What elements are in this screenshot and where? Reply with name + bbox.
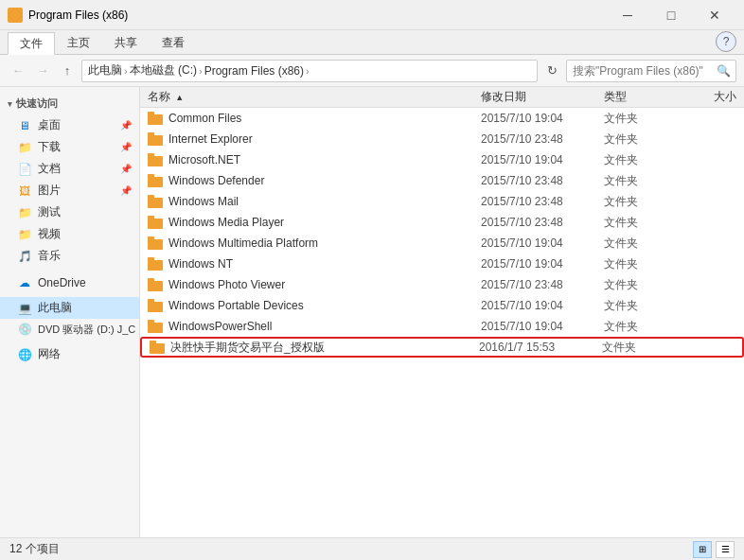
path-folder[interactable]: Program Files (x86) [204, 64, 304, 78]
sort-arrow: ▲ [175, 93, 184, 102]
pics-icon: 🖼 [17, 184, 32, 199]
path-pc[interactable]: 此电脑 [88, 62, 122, 79]
tab-share[interactable]: 共享 [102, 31, 150, 54]
file-name-3: Windows Defender [148, 174, 481, 187]
minimize-button[interactable]: ─ [606, 0, 649, 30]
help-button[interactable]: ? [716, 31, 736, 52]
sidebar-pc-label: 此电脑 [38, 300, 72, 316]
folder-icon-9 [148, 299, 163, 312]
refresh-button[interactable]: ↻ [541, 61, 562, 81]
sidebar-item-music[interactable]: 🎵 音乐 [0, 245, 139, 267]
file-type-3: 文件夹 [604, 173, 680, 189]
quick-access-text: 快速访问 [16, 96, 58, 111]
back-button[interactable]: ← [8, 61, 28, 81]
sidebar-item-onedrive[interactable]: ☁ OneDrive [0, 272, 139, 293]
tab-view[interactable]: 查看 [150, 31, 197, 54]
file-name-2: Microsoft.NET [148, 153, 481, 166]
status-bar: 12 个项目 ⊞ ☰ [0, 537, 744, 560]
table-row[interactable]: Windows Photo Viewer 2015/7/10 23:48 文件夹 [140, 274, 744, 295]
folder-icon-3 [148, 174, 163, 187]
col-header-name[interactable]: 名称 ▲ [148, 89, 481, 105]
download-icon: 📁 [17, 140, 32, 155]
file-date-11: 2016/1/7 15:53 [479, 341, 602, 354]
file-date-1: 2015/7/10 23:48 [481, 132, 604, 146]
file-date-10: 2015/7/10 19:04 [481, 320, 604, 333]
folder-icon-4 [148, 195, 163, 208]
table-row[interactable]: Microsoft.NET 2015/7/10 19:04 文件夹 [140, 149, 744, 170]
view-list-button[interactable]: ☰ [716, 541, 735, 558]
tab-file[interactable]: 文件 [8, 32, 55, 55]
sidebar-item-test[interactable]: 📁 测试 [0, 201, 139, 223]
sidebar-item-network[interactable]: 🌐 网络 [0, 343, 139, 365]
file-date-5: 2015/7/10 23:48 [481, 216, 604, 229]
table-row[interactable]: Common Files 2015/7/10 19:04 文件夹 [140, 108, 744, 129]
sidebar-dvd-label: DVD 驱动器 (D:) J_C [38, 323, 135, 337]
sidebar-item-thispc[interactable]: 💻 此电脑 [0, 297, 139, 319]
title-bar: Program Files (x86) ─ □ ✕ [0, 0, 744, 30]
folder-icon-8 [148, 278, 163, 291]
table-row[interactable]: Windows Mail 2015/7/10 23:48 文件夹 [140, 191, 744, 212]
table-row[interactable]: Windows Multimedia Platform 2015/7/10 19… [140, 233, 744, 254]
sidebar-item-docs[interactable]: 📄 文档 📌 [0, 158, 139, 180]
file-date-0: 2015/7/10 19:04 [481, 112, 604, 125]
sidebar-item-video[interactable]: 📁 视频 [0, 223, 139, 245]
folder-icon-7 [148, 257, 163, 271]
test-icon: 📁 [17, 205, 32, 220]
table-row[interactable]: WindowsPowerShell 2015/7/10 19:04 文件夹 [140, 316, 744, 337]
col-header-size[interactable]: 大小 [680, 89, 736, 105]
path-drive[interactable]: 本地磁盘 (C:) [130, 62, 197, 79]
sidebar-pics-label: 图片 [38, 183, 61, 199]
file-date-9: 2015/7/10 19:04 [481, 299, 604, 312]
table-row[interactable]: Windows NT 2015/7/10 19:04 文件夹 [140, 254, 744, 274]
maximize-button[interactable]: □ [649, 0, 693, 30]
pc-icon: 💻 [17, 301, 32, 316]
pin-icon-0: 📌 [120, 120, 132, 131]
file-type-0: 文件夹 [604, 111, 680, 127]
forward-button[interactable]: → [32, 61, 53, 81]
video-icon: 📁 [17, 227, 32, 242]
file-type-9: 文件夹 [604, 298, 680, 314]
table-row[interactable]: Internet Explorer 2015/7/10 23:48 文件夹 [140, 129, 744, 149]
up-button[interactable]: ↑ [57, 61, 78, 81]
dvd-icon: 💿 [17, 322, 32, 337]
file-type-6: 文件夹 [604, 236, 680, 252]
search-input[interactable] [566, 60, 736, 82]
sidebar-item-desktop[interactable]: 🖥 桌面 📌 [0, 114, 139, 136]
file-type-8: 文件夹 [604, 277, 680, 293]
file-list: Common Files 2015/7/10 19:04 文件夹 Interne… [140, 108, 744, 537]
file-name-7: Windows NT [148, 257, 481, 271]
item-count: 12 个项目 [9, 541, 60, 557]
table-row[interactable]: Windows Defender 2015/7/10 23:48 文件夹 [140, 170, 744, 191]
window-controls: ─ □ ✕ [606, 0, 736, 30]
file-date-4: 2015/7/10 23:48 [481, 195, 604, 208]
close-button[interactable]: ✕ [693, 0, 736, 30]
docs-icon: 📄 [17, 162, 32, 177]
file-name-6: Windows Multimedia Platform [148, 236, 481, 250]
file-name-9: Windows Portable Devices [148, 299, 481, 312]
file-name-4: Windows Mail [148, 195, 481, 208]
sidebar-desktop-label: 桌面 [38, 117, 61, 133]
sidebar-onedrive-label: OneDrive [38, 276, 86, 289]
address-bar: ← → ↑ 此电脑 › 本地磁盘 (C:) › Program Files (x… [0, 55, 744, 87]
file-type-11: 文件夹 [602, 340, 678, 356]
file-list-header: 名称 ▲ 修改日期 类型 大小 [140, 87, 744, 108]
file-date-3: 2015/7/10 23:48 [481, 174, 604, 187]
sidebar-item-pics[interactable]: 🖼 图片 📌 [0, 180, 139, 201]
quick-access-label[interactable]: ▾ 快速访问 [0, 93, 139, 114]
sidebar-item-download[interactable]: 📁 下载 📌 [0, 136, 139, 158]
file-date-8: 2015/7/10 23:48 [481, 278, 604, 291]
col-header-type[interactable]: 类型 [604, 89, 680, 105]
view-grid-button[interactable]: ⊞ [693, 541, 712, 558]
quick-access-chevron: ▾ [8, 99, 12, 109]
table-row[interactable]: Windows Portable Devices 2015/7/10 19:04… [140, 295, 744, 316]
title-bar-left: Program Files (x86) [8, 8, 128, 23]
address-path[interactable]: 此电脑 › 本地磁盘 (C:) › Program Files (x86) › [81, 60, 538, 82]
sidebar-music-label: 音乐 [38, 248, 61, 264]
file-type-10: 文件夹 [604, 319, 680, 335]
file-date-2: 2015/7/10 19:04 [481, 153, 604, 166]
col-header-date[interactable]: 修改日期 [481, 89, 604, 105]
tab-home[interactable]: 主页 [55, 31, 102, 54]
table-row[interactable]: 决胜快手期货交易平台_授权版 2016/1/7 15:53 文件夹 [140, 337, 744, 358]
table-row[interactable]: Windows Media Player 2015/7/10 23:48 文件夹 [140, 212, 744, 233]
sidebar-item-dvd[interactable]: 💿 DVD 驱动器 (D:) J_C [0, 319, 139, 340]
